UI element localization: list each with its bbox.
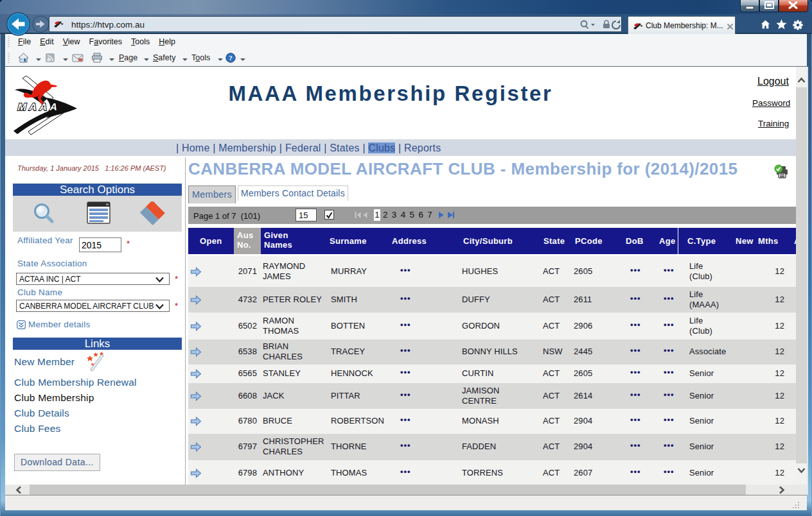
svg-text:MAAA: MAAA xyxy=(17,101,62,112)
svg-text:?: ? xyxy=(229,54,233,62)
